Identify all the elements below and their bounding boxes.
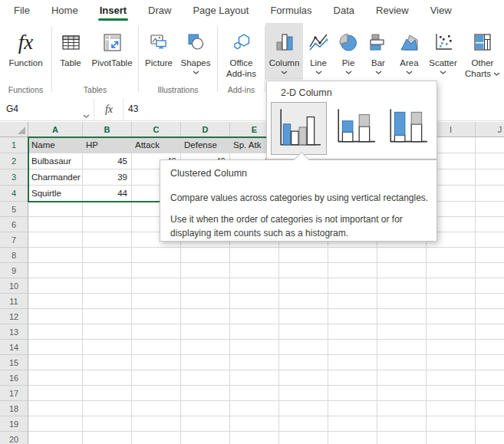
- cell-A2[interactable]: Bulbasaur: [28, 153, 83, 169]
- cell-A1[interactable]: Name: [28, 137, 83, 153]
- cell-C13[interactable]: [132, 324, 181, 340]
- cell-D11[interactable]: [181, 294, 230, 309]
- cell-H8[interactable]: [377, 248, 427, 263]
- cell-J19[interactable]: [476, 416, 504, 432]
- cell-A8[interactable]: [28, 248, 83, 263]
- cell-C11[interactable]: [132, 294, 181, 309]
- name-box[interactable]: G4: [0, 98, 94, 120]
- ribbon-tab-data[interactable]: Data: [323, 0, 365, 21]
- cell-A20[interactable]: [28, 432, 83, 444]
- cell-A9[interactable]: [28, 263, 83, 278]
- cell-D9[interactable]: [181, 263, 230, 278]
- cell-G20[interactable]: [328, 432, 377, 444]
- cell-A4[interactable]: Squirtle: [28, 186, 83, 202]
- cell-H17[interactable]: [377, 386, 427, 401]
- cell-C19[interactable]: [132, 416, 181, 432]
- ribbon-tab-insert[interactable]: Insert: [89, 0, 137, 21]
- cell-C9[interactable]: [132, 263, 181, 278]
- cell-H11[interactable]: [377, 294, 427, 309]
- column-header-C[interactable]: C: [132, 122, 181, 137]
- row-header-6[interactable]: 6: [0, 217, 28, 232]
- row-header-9[interactable]: 9: [0, 263, 28, 278]
- cell-D18[interactable]: [181, 401, 230, 416]
- cell-B10[interactable]: [83, 278, 132, 294]
- cell-I8[interactable]: [427, 248, 476, 263]
- cell-I16[interactable]: [427, 370, 476, 386]
- cell-C14[interactable]: [132, 340, 181, 355]
- cell-B9[interactable]: [83, 263, 132, 278]
- cell-B15[interactable]: [83, 355, 132, 370]
- cell-I14[interactable]: [427, 340, 476, 355]
- stacked-column-option[interactable]: [330, 102, 380, 153]
- cell-A16[interactable]: [28, 370, 83, 386]
- cell-B20[interactable]: [83, 432, 132, 444]
- row-header-13[interactable]: 13: [0, 324, 28, 340]
- scatter-chart-button[interactable]: Scatter: [425, 23, 461, 80]
- cell-A18[interactable]: [28, 401, 83, 416]
- cell-I19[interactable]: [427, 416, 476, 432]
- cell-C18[interactable]: [132, 401, 181, 416]
- cell-B18[interactable]: [83, 401, 132, 416]
- row-header-15[interactable]: 15: [0, 355, 28, 370]
- row-header-10[interactable]: 10: [0, 278, 28, 294]
- cell-D14[interactable]: [181, 340, 230, 355]
- cell-B7[interactable]: [83, 232, 132, 248]
- cell-C10[interactable]: [132, 278, 181, 294]
- cell-F13[interactable]: [279, 324, 328, 340]
- select-all-button[interactable]: [0, 122, 28, 137]
- column-header-A[interactable]: A: [28, 122, 83, 137]
- cell-F9[interactable]: [279, 263, 328, 278]
- cell-H18[interactable]: [377, 401, 427, 416]
- cell-C17[interactable]: [132, 386, 181, 401]
- cell-A10[interactable]: [28, 278, 83, 294]
- insert-function-button[interactable]: fx: [95, 98, 124, 120]
- column-header-B[interactable]: B: [83, 122, 132, 137]
- cell-I13[interactable]: [427, 324, 476, 340]
- cell-D10[interactable]: [181, 278, 230, 294]
- cell-A12[interactable]: [28, 309, 83, 324]
- formula-input[interactable]: 43: [128, 98, 138, 120]
- cell-J11[interactable]: [476, 294, 504, 309]
- cell-I11[interactable]: [427, 294, 476, 309]
- cell-G18[interactable]: [328, 401, 377, 416]
- row-header-4[interactable]: 4: [0, 186, 28, 202]
- line-chart-button[interactable]: Line: [303, 23, 334, 80]
- cell-J15[interactable]: [476, 355, 504, 370]
- cell-J4[interactable]: [476, 186, 504, 202]
- cell-E12[interactable]: [230, 309, 279, 324]
- cell-B5[interactable]: [83, 202, 132, 217]
- pie-chart-button[interactable]: Pie: [334, 23, 363, 80]
- cell-G8[interactable]: [328, 248, 377, 263]
- cell-G12[interactable]: [328, 309, 377, 324]
- row-header-12[interactable]: 12: [0, 309, 28, 324]
- cell-H19[interactable]: [377, 416, 427, 432]
- cell-B6[interactable]: [83, 217, 132, 232]
- cell-A13[interactable]: [28, 324, 83, 340]
- cell-G19[interactable]: [328, 416, 377, 432]
- cell-F16[interactable]: [279, 370, 328, 386]
- cell-C12[interactable]: [132, 309, 181, 324]
- cell-I10[interactable]: [427, 278, 476, 294]
- cell-J13[interactable]: [476, 324, 504, 340]
- cell-A14[interactable]: [28, 340, 83, 355]
- cell-J3[interactable]: [476, 169, 504, 186]
- cell-H15[interactable]: [377, 355, 427, 370]
- ribbon-tab-view[interactable]: View: [420, 0, 463, 21]
- cell-J8[interactable]: [476, 248, 504, 263]
- cell-D20[interactable]: [181, 432, 230, 444]
- cell-C16[interactable]: [132, 370, 181, 386]
- area-chart-button[interactable]: Area: [394, 23, 425, 80]
- row-header-7[interactable]: 7: [0, 232, 28, 248]
- cell-I17[interactable]: [427, 386, 476, 401]
- cell-F17[interactable]: [279, 386, 328, 401]
- cell-F10[interactable]: [279, 278, 328, 294]
- cell-E17[interactable]: [230, 386, 279, 401]
- cell-E10[interactable]: [230, 278, 279, 294]
- cell-J9[interactable]: [476, 263, 504, 278]
- shapes-button[interactable]: Shapes: [176, 23, 215, 80]
- name-box-chevron-icon[interactable]: [83, 107, 90, 121]
- cell-D16[interactable]: [181, 370, 230, 386]
- cell-G11[interactable]: [328, 294, 377, 309]
- cell-B17[interactable]: [83, 386, 132, 401]
- cell-G13[interactable]: [328, 324, 377, 340]
